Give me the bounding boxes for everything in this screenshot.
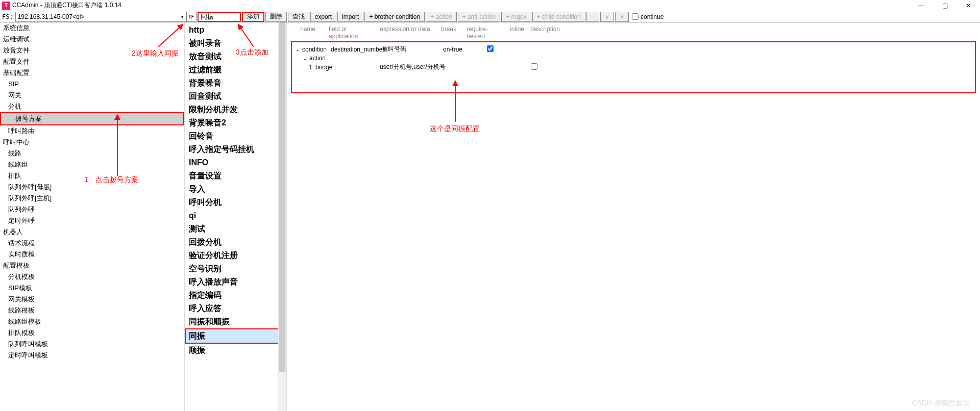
plan-item[interactable]: 验证分机注册	[185, 249, 286, 262]
plan-item[interactable]: 呼入应答	[185, 302, 286, 315]
tree-item[interactable]: 运维调试	[0, 34, 184, 45]
bridge-row[interactable]: 1 bridge user/分机号,user/分机号	[293, 62, 974, 72]
tree-item[interactable]: 实时质检	[0, 249, 184, 260]
plan-item[interactable]: 空号识别	[185, 262, 286, 275]
tree-item[interactable]: 网关模板	[0, 294, 184, 305]
plan-item[interactable]: 呼入播放声音	[185, 275, 286, 289]
tree-item[interactable]: 网关	[0, 90, 184, 101]
tree-item[interactable]: 放音文件	[0, 45, 184, 56]
export-button[interactable]: export	[310, 12, 336, 22]
import-button[interactable]: import	[337, 12, 363, 22]
scrollbar-thumb[interactable]	[279, 22, 285, 372]
bridge-index: 1	[293, 64, 315, 71]
plan-item[interactable]: 顺振	[185, 344, 286, 357]
continue-checkbox-input[interactable]	[632, 13, 639, 20]
tree-item[interactable]: 队列呼叫模板	[0, 339, 184, 350]
refresh-button[interactable]: ⟳	[186, 12, 197, 22]
add-button[interactable]: 添加	[242, 12, 264, 22]
plan-item[interactable]: 被叫录音	[185, 37, 286, 50]
bridge-name: bridge	[315, 64, 380, 71]
continue-label: continue	[641, 13, 664, 20]
minus-button[interactable]: −	[586, 12, 599, 22]
plan-item[interactable]: 回铃音	[185, 130, 286, 143]
tree-item[interactable]: 线路	[0, 148, 184, 159]
action-button[interactable]: + action	[426, 12, 456, 22]
plan-item[interactable]: 回音测试	[185, 90, 286, 103]
plan-item[interactable]: 呼叫分机	[185, 196, 286, 209]
condition-break: on-true	[443, 46, 469, 53]
find-button[interactable]: 查找	[288, 12, 309, 22]
tree-item[interactable]: 定时外呼	[0, 215, 184, 226]
tree-item[interactable]: 系统信息	[0, 22, 184, 34]
maximize-button[interactable]: ▢	[933, 0, 957, 11]
plan-item[interactable]: 放音测试	[185, 50, 286, 63]
plan-item[interactable]: 音量设置	[185, 169, 286, 183]
tree-item[interactable]: 呼叫中心	[0, 137, 184, 148]
plan-item[interactable]: 背景噪音2	[185, 116, 286, 130]
tree-item[interactable]: 话术流程	[0, 238, 184, 249]
bridge-inline-checkbox[interactable]	[531, 63, 537, 70]
condition-row[interactable]: ⌄ condition destination_number 被叫号码 on-t…	[293, 44, 974, 54]
plan-item[interactable]: 同振和顺振	[185, 315, 286, 328]
tree-item[interactable]: SIP	[0, 79, 184, 90]
tree-item[interactable]: 呼叫路由	[0, 125, 184, 137]
require-nested-checkbox[interactable]	[487, 45, 494, 52]
tree-item[interactable]: 定时呼叫模板	[0, 350, 184, 361]
plan-item[interactable]: qi	[185, 209, 286, 222]
tree-item[interactable]: 排队	[0, 170, 184, 182]
plan-item[interactable]: 背景噪音	[185, 76, 286, 90]
condition-label: condition	[302, 46, 331, 53]
search-input[interactable]	[198, 12, 241, 22]
brother-condition-button[interactable]: + brother condition	[364, 12, 425, 22]
tree-item[interactable]: 队列外呼[母版]	[0, 182, 184, 193]
titlebar: T CCAdmin - 顶顶通CTI接口客户端 1.0.14 — ▢ ✕	[0, 0, 980, 11]
down-button[interactable]: ∨	[600, 12, 614, 22]
tree-item[interactable]: 配置模板	[0, 260, 184, 271]
column-headers: name field or application expression or …	[291, 24, 976, 41]
plan-item[interactable]: 限制分机并发	[185, 103, 286, 116]
plan-item[interactable]: 过滤前缀	[185, 63, 286, 76]
tree-item[interactable]: 队列外呼[主机]	[0, 193, 184, 204]
plan-item[interactable]: 导入	[185, 183, 286, 196]
plan-item[interactable]: 呼入指定号码挂机	[185, 143, 286, 156]
col-inline: inline	[510, 25, 530, 40]
tree-item[interactable]: 配置文件	[0, 56, 184, 67]
fs-combo-value: 192.168.31.145-007<qi>	[18, 13, 181, 20]
toolbar: FS: 192.168.31.145-007<qi> ▾ ⟳ 添加 删除 查找 …	[0, 11, 980, 22]
regex-button[interactable]: + regex	[501, 12, 531, 22]
tree-item[interactable]: 基础配置	[0, 67, 184, 79]
anti-action-button[interactable]: + anti-action	[458, 12, 501, 22]
tree-item[interactable]: 分机	[0, 101, 184, 112]
close-button[interactable]: ✕	[957, 0, 980, 11]
nav-tree: 1、点击拨号方案 2这里输入同振 系统信息运维调试放音文件配置文件基础配置SIP…	[0, 22, 185, 411]
child-condition-button[interactable]: + child condition	[532, 12, 585, 22]
annotation-text-4: 这个是同振配置	[430, 124, 480, 134]
tree-item[interactable]: 分机模板	[0, 271, 184, 282]
conditions-area: ⌄ condition destination_number 被叫号码 on-t…	[291, 41, 976, 93]
col-require-nested: require-nested	[467, 25, 510, 40]
tree-item[interactable]: 机器人	[0, 226, 184, 238]
tree-item[interactable]: 线路组	[0, 159, 184, 170]
plan-item[interactable]: 指定编码	[185, 289, 286, 302]
plan-item[interactable]: 同振	[185, 328, 286, 344]
tree-item[interactable]: 线路组模板	[0, 316, 184, 327]
expand-icon[interactable]: ⌄	[293, 46, 302, 52]
scrollbar[interactable]	[278, 22, 286, 411]
minimize-button[interactable]: —	[910, 0, 933, 11]
plan-item[interactable]: 回拨分机	[185, 236, 286, 249]
continue-checkbox[interactable]: continue	[632, 13, 664, 20]
fs-combo[interactable]: 192.168.31.145-007<qi> ▾	[15, 12, 186, 22]
plan-item[interactable]: 测试	[185, 222, 286, 236]
tree-item[interactable]: 排队模板	[0, 327, 184, 339]
up-button[interactable]: ∧	[615, 12, 629, 22]
tree-item[interactable]: 线路模板	[0, 305, 184, 316]
delete-button[interactable]: 删除	[265, 12, 287, 22]
tree-item[interactable]: 拨号方案	[0, 112, 184, 125]
plan-item[interactable]: http	[185, 23, 286, 37]
tree-item[interactable]: 队列外呼	[0, 204, 184, 215]
action-row[interactable]: ⌄ action	[293, 54, 974, 62]
col-description: description	[530, 25, 976, 40]
plan-item[interactable]: INFO	[185, 156, 286, 169]
tree-item[interactable]: SIP模板	[0, 282, 184, 294]
expand-icon[interactable]: ⌄	[300, 56, 309, 61]
